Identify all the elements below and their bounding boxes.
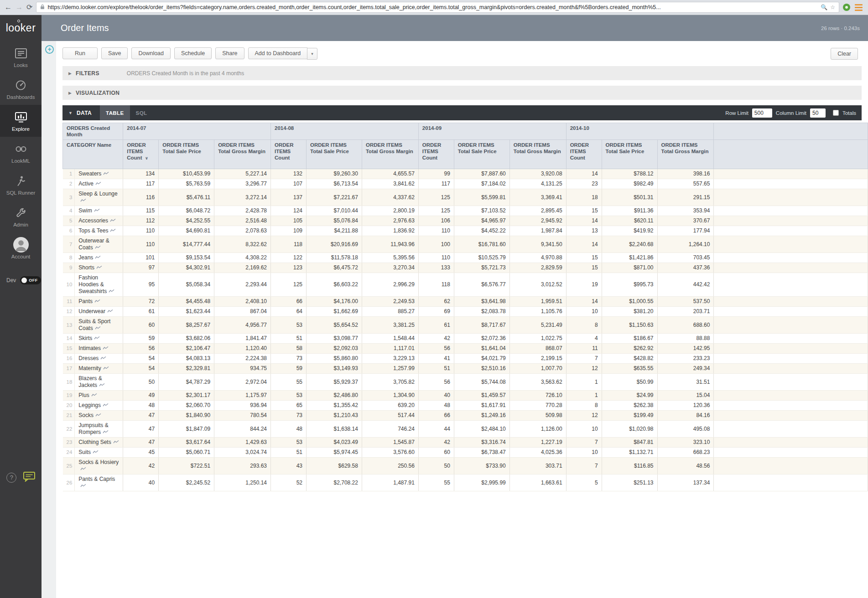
- value-cell[interactable]: $5,058.34: [159, 273, 214, 297]
- browser-forward-icon[interactable]: →: [16, 4, 23, 11]
- help-icon[interactable]: ?: [6, 473, 16, 483]
- value-cell[interactable]: $7,103.52: [454, 206, 509, 216]
- category-cell[interactable]: Swim: [75, 206, 123, 216]
- value-cell[interactable]: 122: [271, 253, 307, 263]
- value-cell[interactable]: $10,453.99: [159, 169, 214, 179]
- value-cell[interactable]: $2,484.10: [454, 421, 509, 438]
- value-cell[interactable]: 40: [123, 474, 159, 491]
- value-cell[interactable]: 1,120.40: [214, 344, 271, 354]
- value-cell[interactable]: 31.51: [657, 374, 714, 391]
- value-cell[interactable]: $5,744.08: [454, 374, 509, 391]
- value-cell[interactable]: $4,690.81: [159, 226, 214, 236]
- value-cell[interactable]: $995.73: [602, 273, 657, 297]
- value-cell[interactable]: $1,020.98: [602, 421, 657, 438]
- value-cell[interactable]: 746.24: [362, 421, 418, 438]
- value-cell[interactable]: 3,296.77: [214, 179, 271, 189]
- value-cell[interactable]: 5,395.56: [362, 253, 418, 263]
- value-cell[interactable]: 495.08: [657, 421, 714, 438]
- value-cell[interactable]: 557.65: [657, 179, 714, 189]
- bookmark-star-icon[interactable]: ☆: [830, 4, 835, 10]
- value-cell[interactable]: 1,175.97: [214, 391, 271, 401]
- value-cell[interactable]: $2,072.36: [454, 334, 509, 344]
- value-cell[interactable]: 726.10: [509, 391, 566, 401]
- value-cell[interactable]: $20,916.69: [307, 236, 362, 253]
- value-cell[interactable]: 370.67: [657, 216, 714, 226]
- browser-menu-icon[interactable]: [854, 3, 863, 12]
- add-circle-icon[interactable]: +: [45, 45, 54, 54]
- value-cell[interactable]: 2,972.04: [214, 374, 271, 391]
- value-cell[interactable]: 54: [123, 354, 159, 364]
- value-cell[interactable]: 844.24: [214, 421, 271, 438]
- value-cell[interactable]: 125: [271, 273, 307, 297]
- value-cell[interactable]: 4,025.36: [509, 448, 566, 458]
- value-cell[interactable]: 4,308.22: [214, 253, 271, 263]
- category-cell[interactable]: Leggings: [75, 401, 123, 411]
- value-cell[interactable]: 442.42: [657, 273, 714, 297]
- value-cell[interactable]: 2,408.10: [214, 297, 271, 307]
- sidebar-item-lookml[interactable]: LookML: [0, 137, 42, 169]
- value-cell[interactable]: 353.94: [657, 206, 714, 216]
- value-cell[interactable]: $722.51: [159, 458, 214, 474]
- value-cell[interactable]: 56: [418, 374, 454, 391]
- value-cell[interactable]: 101: [123, 253, 159, 263]
- value-cell[interactable]: 8: [566, 317, 602, 334]
- value-cell[interactable]: 53: [271, 438, 307, 448]
- tab-table[interactable]: TABLE: [100, 105, 130, 120]
- value-cell[interactable]: 66: [271, 297, 307, 307]
- value-cell[interactable]: 118: [418, 273, 454, 297]
- value-cell[interactable]: 54: [123, 364, 159, 374]
- value-cell[interactable]: 18: [566, 189, 602, 206]
- value-cell[interactable]: 537.50: [657, 297, 714, 307]
- value-cell[interactable]: $1,840.90: [159, 411, 214, 421]
- value-cell[interactable]: 2,945.92: [509, 216, 566, 226]
- value-cell[interactable]: $251.13: [602, 474, 657, 491]
- value-cell[interactable]: 15: [566, 253, 602, 263]
- value-cell[interactable]: 2,249.53: [362, 297, 418, 307]
- pivot-value-header[interactable]: 2014-08: [271, 123, 419, 140]
- value-cell[interactable]: 2,224.38: [214, 354, 271, 364]
- value-cell[interactable]: 2,895.45: [509, 206, 566, 216]
- value-cell[interactable]: 249.34: [657, 364, 714, 374]
- category-cell[interactable]: Sweaters: [75, 169, 123, 179]
- value-cell[interactable]: $8,717.67: [454, 317, 509, 334]
- value-cell[interactable]: 2,078.63: [214, 226, 271, 236]
- filters-section-bar[interactable]: ▶ FILTERS ORDERS Created Month is in the…: [62, 66, 862, 80]
- value-cell[interactable]: $2,240.68: [602, 236, 657, 253]
- value-cell[interactable]: $419.92: [602, 226, 657, 236]
- dimension-header[interactable]: CATEGORY Name: [63, 140, 123, 169]
- value-cell[interactable]: 2,169.62: [214, 263, 271, 273]
- value-cell[interactable]: 2,976.63: [362, 216, 418, 226]
- value-cell[interactable]: 112: [123, 216, 159, 226]
- value-cell[interactable]: 1,304.90: [362, 391, 418, 401]
- value-cell[interactable]: 42: [418, 334, 454, 344]
- value-cell[interactable]: 291.15: [657, 189, 714, 206]
- value-cell[interactable]: 99: [418, 169, 454, 179]
- value-cell[interactable]: $1,847.09: [159, 421, 214, 438]
- value-cell[interactable]: 15: [566, 206, 602, 216]
- value-cell[interactable]: 3,381.25: [362, 317, 418, 334]
- value-cell[interactable]: $1,641.04: [454, 344, 509, 354]
- value-cell[interactable]: $7,010.44: [307, 206, 362, 216]
- value-cell[interactable]: 1: [566, 374, 602, 391]
- value-cell[interactable]: 5,227.14: [214, 169, 271, 179]
- value-cell[interactable]: 936.94: [214, 401, 271, 411]
- value-cell[interactable]: 1,227.19: [509, 438, 566, 448]
- category-cell[interactable]: Dresses: [75, 354, 123, 364]
- value-cell[interactable]: 3,705.82: [362, 374, 418, 391]
- value-cell[interactable]: 137: [271, 189, 307, 206]
- value-cell[interactable]: $4,787.29: [159, 374, 214, 391]
- value-cell[interactable]: 1,959.51: [509, 297, 566, 307]
- value-cell[interactable]: 1,663.61: [509, 474, 566, 491]
- measure-header[interactable]: ORDER ITEMS Total Gross Margin: [214, 140, 271, 169]
- pivot-field-header[interactable]: ORDERS Created Month: [63, 123, 123, 140]
- category-cell[interactable]: Pants & Capris: [75, 474, 123, 491]
- value-cell[interactable]: $620.11: [602, 216, 657, 226]
- value-cell[interactable]: $10,525.79: [454, 253, 509, 263]
- value-cell[interactable]: 7: [566, 458, 602, 474]
- value-cell[interactable]: 15: [566, 263, 602, 273]
- value-cell[interactable]: $1,355.42: [307, 401, 362, 411]
- value-cell[interactable]: 2,829.59: [509, 263, 566, 273]
- measure-header[interactable]: ORDER ITEMS Total Sale Price: [307, 140, 362, 169]
- value-cell[interactable]: 885.27: [362, 307, 418, 317]
- category-cell[interactable]: Shorts: [75, 263, 123, 273]
